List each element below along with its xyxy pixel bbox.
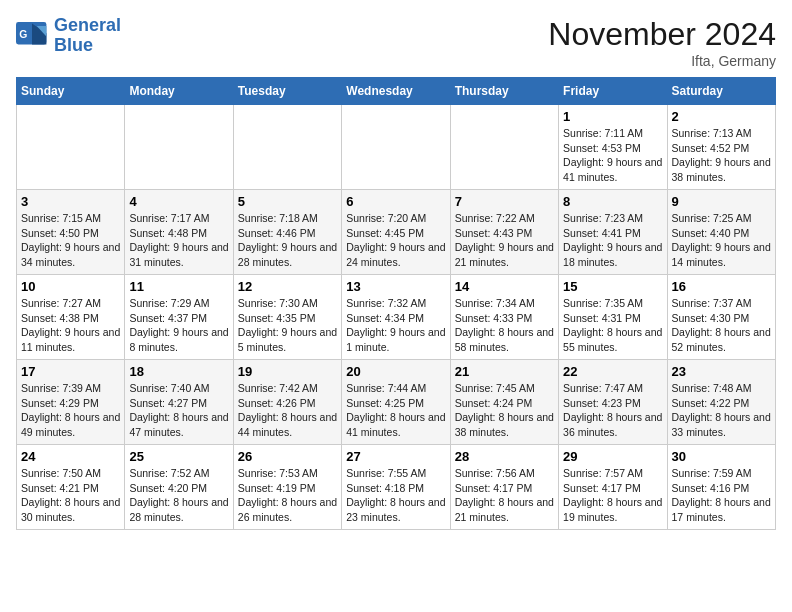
day-number: 5 (238, 194, 337, 209)
title-area: November 2024 Ifta, Germany (548, 16, 776, 69)
day-info: Sunrise: 7:35 AMSunset: 4:31 PMDaylight:… (563, 296, 662, 355)
day-info: Sunrise: 7:37 AMSunset: 4:30 PMDaylight:… (672, 296, 771, 355)
day-number: 8 (563, 194, 662, 209)
day-info: Sunrise: 7:56 AMSunset: 4:17 PMDaylight:… (455, 466, 554, 525)
day-info: Sunrise: 7:48 AMSunset: 4:22 PMDaylight:… (672, 381, 771, 440)
page-header: G General Blue November 2024 Ifta, Germa… (16, 16, 776, 69)
day-info: Sunrise: 7:11 AMSunset: 4:53 PMDaylight:… (563, 126, 662, 185)
day-number: 16 (672, 279, 771, 294)
day-info: Sunrise: 7:55 AMSunset: 4:18 PMDaylight:… (346, 466, 445, 525)
day-number: 19 (238, 364, 337, 379)
calendar-cell: 5Sunrise: 7:18 AMSunset: 4:46 PMDaylight… (233, 190, 341, 275)
calendar-cell: 11Sunrise: 7:29 AMSunset: 4:37 PMDayligh… (125, 275, 233, 360)
day-number: 25 (129, 449, 228, 464)
weekday-header-thursday: Thursday (450, 78, 558, 105)
weekday-header-sunday: Sunday (17, 78, 125, 105)
calendar-cell (342, 105, 450, 190)
weekday-header-friday: Friday (559, 78, 667, 105)
day-number: 10 (21, 279, 120, 294)
day-info: Sunrise: 7:39 AMSunset: 4:29 PMDaylight:… (21, 381, 120, 440)
calendar-cell: 19Sunrise: 7:42 AMSunset: 4:26 PMDayligh… (233, 360, 341, 445)
calendar-cell: 22Sunrise: 7:47 AMSunset: 4:23 PMDayligh… (559, 360, 667, 445)
day-number: 20 (346, 364, 445, 379)
day-info: Sunrise: 7:32 AMSunset: 4:34 PMDaylight:… (346, 296, 445, 355)
day-info: Sunrise: 7:40 AMSunset: 4:27 PMDaylight:… (129, 381, 228, 440)
day-info: Sunrise: 7:44 AMSunset: 4:25 PMDaylight:… (346, 381, 445, 440)
svg-text:G: G (19, 29, 27, 40)
calendar-cell: 26Sunrise: 7:53 AMSunset: 4:19 PMDayligh… (233, 445, 341, 530)
day-info: Sunrise: 7:30 AMSunset: 4:35 PMDaylight:… (238, 296, 337, 355)
day-info: Sunrise: 7:42 AMSunset: 4:26 PMDaylight:… (238, 381, 337, 440)
location: Ifta, Germany (548, 53, 776, 69)
day-number: 17 (21, 364, 120, 379)
calendar-cell: 21Sunrise: 7:45 AMSunset: 4:24 PMDayligh… (450, 360, 558, 445)
day-info: Sunrise: 7:34 AMSunset: 4:33 PMDaylight:… (455, 296, 554, 355)
calendar-week-row: 1Sunrise: 7:11 AMSunset: 4:53 PMDaylight… (17, 105, 776, 190)
day-number: 30 (672, 449, 771, 464)
calendar-cell: 18Sunrise: 7:40 AMSunset: 4:27 PMDayligh… (125, 360, 233, 445)
calendar-cell (125, 105, 233, 190)
day-number: 27 (346, 449, 445, 464)
calendar-cell: 29Sunrise: 7:57 AMSunset: 4:17 PMDayligh… (559, 445, 667, 530)
day-info: Sunrise: 7:23 AMSunset: 4:41 PMDaylight:… (563, 211, 662, 270)
calendar-cell: 7Sunrise: 7:22 AMSunset: 4:43 PMDaylight… (450, 190, 558, 275)
logo-icon: G (16, 22, 48, 50)
calendar-cell: 3Sunrise: 7:15 AMSunset: 4:50 PMDaylight… (17, 190, 125, 275)
day-number: 28 (455, 449, 554, 464)
calendar-cell: 6Sunrise: 7:20 AMSunset: 4:45 PMDaylight… (342, 190, 450, 275)
day-info: Sunrise: 7:27 AMSunset: 4:38 PMDaylight:… (21, 296, 120, 355)
day-number: 11 (129, 279, 228, 294)
day-info: Sunrise: 7:59 AMSunset: 4:16 PMDaylight:… (672, 466, 771, 525)
day-info: Sunrise: 7:45 AMSunset: 4:24 PMDaylight:… (455, 381, 554, 440)
calendar-cell: 16Sunrise: 7:37 AMSunset: 4:30 PMDayligh… (667, 275, 775, 360)
day-info: Sunrise: 7:29 AMSunset: 4:37 PMDaylight:… (129, 296, 228, 355)
calendar-cell: 2Sunrise: 7:13 AMSunset: 4:52 PMDaylight… (667, 105, 775, 190)
day-info: Sunrise: 7:52 AMSunset: 4:20 PMDaylight:… (129, 466, 228, 525)
day-number: 2 (672, 109, 771, 124)
calendar-cell: 13Sunrise: 7:32 AMSunset: 4:34 PMDayligh… (342, 275, 450, 360)
weekday-header-wednesday: Wednesday (342, 78, 450, 105)
calendar-cell: 4Sunrise: 7:17 AMSunset: 4:48 PMDaylight… (125, 190, 233, 275)
calendar-cell: 27Sunrise: 7:55 AMSunset: 4:18 PMDayligh… (342, 445, 450, 530)
day-info: Sunrise: 7:47 AMSunset: 4:23 PMDaylight:… (563, 381, 662, 440)
day-info: Sunrise: 7:57 AMSunset: 4:17 PMDaylight:… (563, 466, 662, 525)
calendar-cell (17, 105, 125, 190)
day-number: 14 (455, 279, 554, 294)
day-info: Sunrise: 7:53 AMSunset: 4:19 PMDaylight:… (238, 466, 337, 525)
weekday-header-tuesday: Tuesday (233, 78, 341, 105)
calendar-cell: 1Sunrise: 7:11 AMSunset: 4:53 PMDaylight… (559, 105, 667, 190)
day-info: Sunrise: 7:17 AMSunset: 4:48 PMDaylight:… (129, 211, 228, 270)
calendar-cell: 10Sunrise: 7:27 AMSunset: 4:38 PMDayligh… (17, 275, 125, 360)
calendar-cell: 8Sunrise: 7:23 AMSunset: 4:41 PMDaylight… (559, 190, 667, 275)
month-title: November 2024 (548, 16, 776, 53)
day-number: 12 (238, 279, 337, 294)
calendar-header-row: SundayMondayTuesdayWednesdayThursdayFrid… (17, 78, 776, 105)
logo-text: General Blue (54, 16, 121, 56)
calendar-cell: 14Sunrise: 7:34 AMSunset: 4:33 PMDayligh… (450, 275, 558, 360)
day-number: 22 (563, 364, 662, 379)
calendar-table: SundayMondayTuesdayWednesdayThursdayFrid… (16, 77, 776, 530)
day-number: 21 (455, 364, 554, 379)
day-number: 26 (238, 449, 337, 464)
calendar-week-row: 3Sunrise: 7:15 AMSunset: 4:50 PMDaylight… (17, 190, 776, 275)
day-number: 4 (129, 194, 228, 209)
day-number: 15 (563, 279, 662, 294)
calendar-cell: 20Sunrise: 7:44 AMSunset: 4:25 PMDayligh… (342, 360, 450, 445)
weekday-header-saturday: Saturday (667, 78, 775, 105)
calendar-cell: 28Sunrise: 7:56 AMSunset: 4:17 PMDayligh… (450, 445, 558, 530)
calendar-cell: 24Sunrise: 7:50 AMSunset: 4:21 PMDayligh… (17, 445, 125, 530)
logo: G General Blue (16, 16, 121, 56)
day-info: Sunrise: 7:20 AMSunset: 4:45 PMDaylight:… (346, 211, 445, 270)
day-number: 24 (21, 449, 120, 464)
calendar-week-row: 10Sunrise: 7:27 AMSunset: 4:38 PMDayligh… (17, 275, 776, 360)
day-number: 18 (129, 364, 228, 379)
day-number: 13 (346, 279, 445, 294)
calendar-cell: 15Sunrise: 7:35 AMSunset: 4:31 PMDayligh… (559, 275, 667, 360)
day-number: 6 (346, 194, 445, 209)
day-info: Sunrise: 7:50 AMSunset: 4:21 PMDaylight:… (21, 466, 120, 525)
calendar-cell (233, 105, 341, 190)
day-number: 3 (21, 194, 120, 209)
day-info: Sunrise: 7:25 AMSunset: 4:40 PMDaylight:… (672, 211, 771, 270)
day-number: 1 (563, 109, 662, 124)
calendar-week-row: 17Sunrise: 7:39 AMSunset: 4:29 PMDayligh… (17, 360, 776, 445)
